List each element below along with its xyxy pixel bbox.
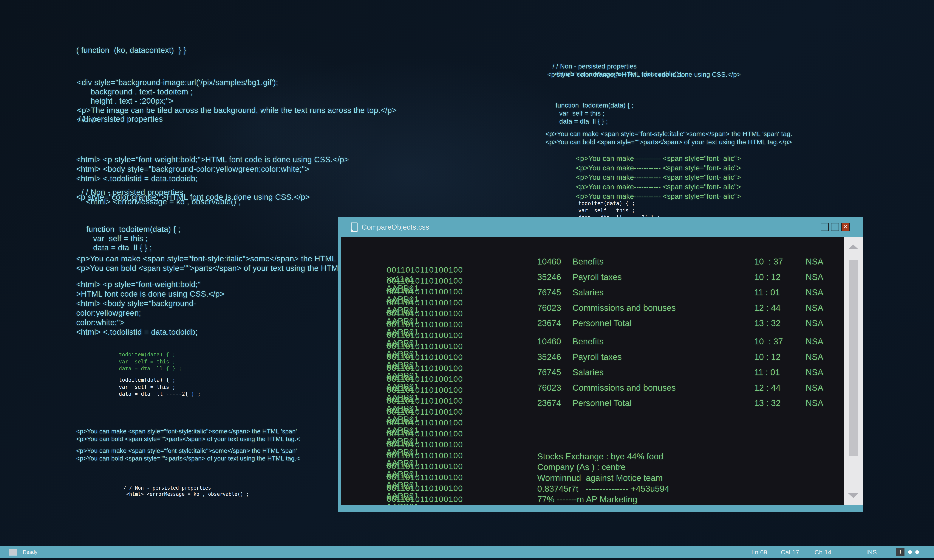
code-line: color:white;"> <box>76 318 225 327</box>
code-line: >HTML font code is done using CSS.</p> <box>76 289 225 298</box>
code-span-pair-2: <p>You can make <span style="font-style:… <box>76 432 300 462</box>
close-button[interactable]: ✕ <box>841 223 850 231</box>
ledger-amount: 23674 <box>537 398 561 408</box>
ledger-time: 10 : 37 <box>754 257 783 266</box>
code-line: <div style="background-image:url('/pix/s… <box>77 78 396 87</box>
scroll-down-arrow-icon[interactable] <box>848 493 858 498</box>
ledger-row: 35246 Payroll taxes 10 : 12 NSA <box>341 352 844 368</box>
maximize-button[interactable] <box>831 223 839 231</box>
ledger-row: 23674 Personnel Total 13 : 32 NSA <box>341 318 844 334</box>
ready-label: Ready <box>23 546 37 558</box>
alert-badge: ! <box>896 548 905 556</box>
status-column-number: Cal 17 <box>781 546 799 558</box>
ledger-agency: NSA <box>806 287 823 297</box>
code-line: <html> <p style="font-weight:bold;" <box>76 280 225 289</box>
code-line: <html> <body style="background- <box>76 298 225 308</box>
ledger-amount: 10460 <box>537 336 561 346</box>
ledger-agency: NSA <box>806 367 823 377</box>
code-line: color:yellowgreen; <box>76 308 225 318</box>
binary-bits: 0011010110100100 <box>387 462 473 471</box>
ledger-time: 10 : 37 <box>754 336 783 346</box>
code-line: <p>You can make----------- <span style="… <box>576 173 741 182</box>
stocks-footer: Stocks Exchange : bye 44% foodCompany (A… <box>537 419 669 505</box>
ledger-label: Commissions and bonuses <box>573 303 676 313</box>
ledger-group-1: 10460 Benefits 10 : 37 NSA 35246 Payroll… <box>341 257 844 334</box>
code-line: background . text- todoitem ; <box>77 87 396 97</box>
ledger-amount: 76745 <box>537 367 561 377</box>
ledger-agency: NSA <box>806 272 823 282</box>
ledger-label: Personnel Total <box>573 398 632 408</box>
code-line: todoitem(data) { ; <box>119 377 200 384</box>
window-content: 0011010110100100 xx11a1 AAPP01 001101011… <box>341 237 844 505</box>
code-line: <p>You can make----------- <span style="… <box>576 163 741 173</box>
footer-line: Company (As ) : centre <box>537 462 669 472</box>
ledger-time: 11 : 01 <box>754 367 780 377</box>
ledger-row: 76745 Salaries 11 : 01 NSA <box>341 367 844 383</box>
ledger-label: Salaries <box>573 367 604 377</box>
ledger-row: 35246 Payroll taxes 10 : 12 NSA <box>341 272 844 288</box>
ledger-row: 76745 Salaries 11 : 01 NSA <box>341 287 844 303</box>
code-line: function todoitem(data) { ; <box>86 225 180 234</box>
ledger-time: 12 : 44 <box>754 303 781 313</box>
code-right-mono-block: todoitem(data) { ;var self = this ;data … <box>578 186 660 221</box>
footer-line: 0.83745r7t --------------- +453u594 <box>537 483 669 494</box>
binary-bits: 0011010110100100 <box>387 495 473 504</box>
ledger-time: 10 : 12 <box>754 352 781 362</box>
ledger-time: 10 : 12 <box>754 272 781 282</box>
footer-line: 0000.09 -02,75583+ Times <box>537 505 669 505</box>
ledger-agency: NSA <box>806 318 823 328</box>
ledger-row: 10460 Benefits 10 : 37 NSA <box>341 257 844 272</box>
binary-bits: 0011010110100100 <box>387 473 473 482</box>
ledger-row: 23674 Personnel Total 13 : 32 NSA <box>341 398 844 414</box>
ledger-time: 11 : 01 <box>754 287 780 297</box>
ledger-amount: 35246 <box>537 352 561 362</box>
ledger-amount: 76023 <box>537 303 561 313</box>
ledger-time: 13 : 32 <box>754 398 781 408</box>
binary-bits: 0011010110100100 <box>387 440 473 449</box>
code-function-header: ( function (ko, datacontext) } } <box>76 45 186 55</box>
compare-objects-window: CompareObjects.css ✕ 0011010110100100 xx… <box>338 217 863 512</box>
binary-bits: 0011010110100100 <box>387 484 473 493</box>
ledger-time: 12 : 44 <box>754 383 781 393</box>
code-line: <p>You can make <span style="font-style:… <box>76 447 300 455</box>
window-titlebar[interactable]: CompareObjects.css ✕ <box>338 217 863 237</box>
code-persisted-comment: / / persisted properties <box>79 114 163 124</box>
ledger-row: 76023 Commissions and bonuses 12 : 44 NS… <box>341 303 844 318</box>
scrollbar-thumb[interactable] <box>849 260 858 456</box>
ledger-label: Payroll taxes <box>573 272 622 282</box>
binary-bits: 0011010110100100 <box>387 429 473 438</box>
code-line: <html> <.todolistid = data.todoidb; <box>76 327 225 337</box>
scrollbar[interactable] <box>844 237 863 505</box>
ledger-amount: 35246 <box>537 272 561 282</box>
ledger-label: Payroll taxes <box>573 352 622 362</box>
ledger-label: Benefits <box>573 336 604 346</box>
code-line: todoitem(data) { ; <box>578 200 660 207</box>
document-icon <box>351 223 358 232</box>
scroll-up-arrow-icon[interactable] <box>848 245 858 249</box>
code-line: <html> <p style="font-weight:bold;">HTML… <box>76 155 349 164</box>
code-line: <p>The image can be tiled across the bac… <box>77 106 396 115</box>
ledger-agency: NSA <box>806 383 823 393</box>
status-bar: Ready Ln 69 Cal 17 Ch 14 INS ! <box>0 546 934 558</box>
code-line: data = dta ll -----2{ } ; <box>119 391 200 398</box>
code-line: / / Non - persisted properties <box>123 485 249 491</box>
code-line: height . text - :200px;"> <box>77 96 396 106</box>
ledger-agency: NSA <box>806 257 823 266</box>
ledger-agency: NSA <box>806 398 823 408</box>
code-line: <p>You can bold <span style="">parts</sp… <box>76 455 300 462</box>
minimize-button[interactable] <box>821 223 829 231</box>
binary-bits: 0011010110100100 <box>387 451 473 460</box>
ledger-row: 10460 Benefits 10 : 37 NSA <box>341 336 844 352</box>
code-line: <html> <errorMessage = ko , observable()… <box>123 491 249 497</box>
ledger-amount: 76023 <box>537 383 561 393</box>
code-line: function todoitem(data) { ; <box>556 101 633 109</box>
status-char-number: Ch 14 <box>814 546 831 558</box>
code-orange-line: <p style="color:orange;">HTML font code … <box>76 192 310 202</box>
ledger-label: Commissions and bonuses <box>573 383 676 393</box>
window-title: CompareObjects.css <box>362 217 429 237</box>
status-line-number: Ln 69 <box>751 546 767 558</box>
code-line: todoitem(data) { ; <box>119 351 182 358</box>
code-wrapped-html-block: <html> <p style="font-weight:bold;">HTML… <box>76 261 225 337</box>
code-line: var self = this ; <box>119 384 200 391</box>
ledger-agency: NSA <box>806 303 823 313</box>
